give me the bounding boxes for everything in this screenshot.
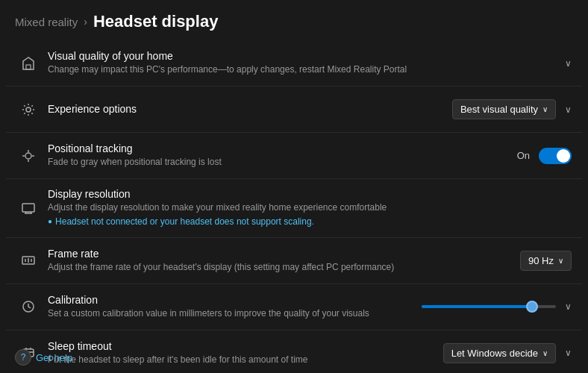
setting-row-calibration[interactable]: CalibrationSet a custom calibration valu… [6,284,582,330]
visual-quality-desc: Change may impact this PC's performance—… [48,63,553,76]
setting-row-sleep-timeout[interactable]: Sleep timeoutPut the headset to sleep af… [6,330,582,373]
experience-options-title: Experience options [48,103,443,115]
svg-point-2 [25,153,31,159]
positional-tracking-toggle-thumb [557,149,570,163]
sleep-timeout-action[interactable]: Let Windows decide∨∨ [443,343,572,363]
calibration-slider-track[interactable] [422,305,556,308]
experience-options-expand-chevron: ∨ [565,104,572,115]
calibration-icon [16,299,40,314]
calibration-slider-fill [422,305,529,308]
setting-row-display-resolution[interactable]: Display resolutionAdjust the display res… [6,179,582,238]
visual-quality-content: Visual quality of your homeChange may im… [48,50,553,76]
sleep-timeout-title: Sleep timeout [48,340,434,352]
frame-rate-dropdown[interactable]: 90 Hz∨ [520,251,572,271]
calibration-chevron-icon: ∨ [565,301,572,312]
experience-options-icon [16,102,40,117]
positional-tracking-icon [16,148,40,163]
frame-rate-desc: Adjust the frame rate of your headset's … [48,261,511,274]
frame-rate-action[interactable]: 90 Hz∨ [520,251,572,271]
experience-options-dropdown-value: Best visual quality [460,104,538,115]
breadcrumb-parent[interactable]: Mixed reality [15,16,78,28]
calibration-desc: Set a custom calibration value in millim… [48,307,413,320]
setting-row-visual-quality[interactable]: Visual quality of your homeChange may im… [6,40,582,87]
frame-rate-dropdown-value: 90 Hz [528,255,554,266]
frame-rate-title: Frame rate [48,248,511,260]
get-help-label[interactable]: Get help [36,352,72,363]
experience-options-action[interactable]: Best visual quality∨∨ [452,99,572,119]
positional-tracking-desc: Fade to gray when positional tracking is… [48,156,508,169]
visual-quality-chevron-icon: ∨ [565,58,572,69]
positional-tracking-title: Positional tracking [48,142,508,154]
positional-tracking-toggle[interactable] [539,148,572,164]
positional-tracking-content: Positional trackingFade to gray when pos… [48,142,508,169]
get-help-icon: ? [15,349,31,366]
positional-tracking-toggle-label: On [517,150,530,161]
calibration-content: CalibrationSet a custom calibration valu… [48,294,413,320]
breadcrumb-current: Headset display [93,12,219,31]
svg-rect-0 [26,65,31,69]
experience-options-dropdown[interactable]: Best visual quality∨ [452,99,556,119]
frame-rate-content: Frame rateAdjust the frame rate of your … [48,248,511,274]
settings-list: Visual quality of your homeChange may im… [0,40,588,373]
sleep-timeout-dropdown-chevron: ∨ [542,349,548,357]
sleep-timeout-dropdown-value: Let Windows decide [451,348,538,359]
calibration-slider-thumb[interactable] [526,301,538,313]
display-resolution-content: Display resolutionAdjust the display res… [48,188,563,228]
svg-point-1 [26,107,31,112]
positional-tracking-action[interactable]: On [517,148,572,164]
display-resolution-desc: Adjust the display resolution to make yo… [48,201,563,214]
visual-quality-icon [16,56,40,71]
display-resolution-title: Display resolution [48,188,563,200]
sleep-timeout-expand-chevron: ∨ [565,348,572,358]
display-resolution-warning: ● Headset not connected or your headset … [48,216,563,228]
display-resolution-icon [16,201,40,216]
footer[interactable]: ? Get help [15,349,72,366]
calibration-title: Calibration [48,294,413,306]
calibration-action[interactable]: ∨ [422,301,572,312]
setting-row-frame-rate[interactable]: Frame rateAdjust the frame rate of your … [6,238,582,284]
frame-rate-icon [16,253,40,268]
sleep-timeout-dropdown[interactable]: Let Windows decide∨ [443,343,556,363]
breadcrumb-chevron: › [84,16,87,28]
experience-options-content: Experience options [48,103,443,116]
header: Mixed reality › Headset display [0,0,588,40]
experience-options-dropdown-chevron: ∨ [542,105,548,113]
calibration-slider-container[interactable] [422,305,556,308]
visual-quality-action[interactable]: ∨ [562,58,572,69]
setting-row-positional-tracking[interactable]: Positional trackingFade to gray when pos… [6,133,582,179]
sleep-timeout-content: Sleep timeoutPut the headset to sleep af… [48,340,434,366]
svg-rect-3 [22,204,34,212]
visual-quality-title: Visual quality of your home [48,50,553,62]
frame-rate-dropdown-chevron: ∨ [558,257,563,265]
sleep-timeout-desc: Put the headset to sleep after it's been… [48,354,434,366]
setting-row-experience-options[interactable]: Experience optionsBest visual quality∨∨ [6,87,582,133]
